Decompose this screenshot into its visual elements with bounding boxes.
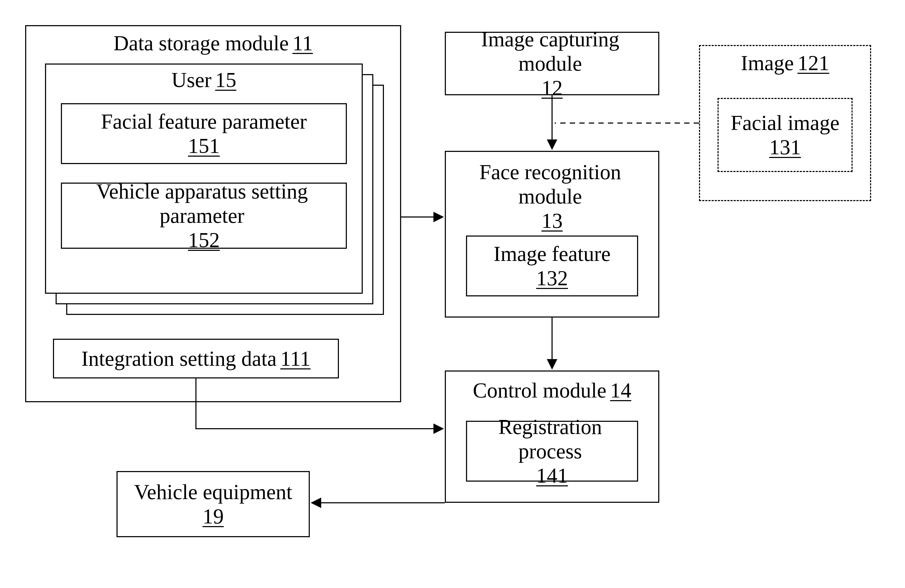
title-integration-setting: Integration setting data 111 — [81, 346, 311, 371]
box-vehicle-equipment: Vehicle equipment 19 — [116, 471, 310, 537]
label-face-recognition: Face recognition module — [451, 160, 649, 209]
num-vehicle-equipment: 19 — [203, 504, 224, 528]
text-vehicle-setting-param: Vehicle apparatus setting parameter 152 — [62, 179, 346, 252]
diagram-canvas: Data storage module 11 User 15 Facial fe… — [0, 0, 905, 588]
num-registration-process: 141 — [536, 463, 568, 488]
title-control: Control module 14 — [473, 378, 631, 403]
text-image-capturing: Image capturing module 12 — [446, 27, 658, 100]
title-image: Image 121 — [741, 51, 829, 75]
num-facial-feature-param: 151 — [188, 134, 220, 158]
label-vehicle-setting-param: Vehicle apparatus setting parameter — [67, 179, 337, 228]
title-data-storage: Data storage module 11 — [113, 31, 313, 55]
num-control: 14 — [610, 378, 631, 403]
box-image-capturing: Image capturing module 12 — [445, 32, 659, 95]
box-image-feature: Image feature 132 — [466, 236, 638, 296]
text-image-feature: Image feature 132 — [467, 242, 637, 290]
num-image-feature: 132 — [536, 266, 568, 290]
title-user: User 15 — [171, 68, 236, 92]
label-image: Image — [741, 51, 794, 75]
label-integration-setting: Integration setting data — [81, 346, 277, 371]
text-vehicle-equipment: Vehicle equipment 19 — [117, 480, 309, 528]
label-image-capturing: Image capturing module — [451, 27, 649, 76]
label-facial-feature-param: Facial feature parameter — [101, 109, 306, 134]
text-registration-process: Registration process 141 — [467, 415, 637, 488]
label-registration-process: Registration process — [472, 415, 628, 463]
num-face-recognition: 13 — [541, 209, 563, 233]
label-user: User — [171, 68, 211, 92]
box-registration-process: Registration process 141 — [466, 421, 638, 482]
box-integration-setting: Integration setting data 111 — [53, 339, 339, 379]
label-facial-image: Facial image — [731, 111, 840, 135]
box-user: User 15 — [45, 63, 363, 294]
num-image: 121 — [797, 51, 829, 75]
box-facial-image: Facial image 131 — [718, 98, 853, 172]
num-integration-setting: 111 — [280, 346, 311, 371]
text-facial-image: Facial image 131 — [719, 111, 851, 159]
label-image-feature: Image feature — [494, 242, 611, 266]
num-vehicle-setting-param: 152 — [188, 228, 220, 252]
num-image-capturing: 12 — [541, 76, 563, 100]
label-vehicle-equipment: Vehicle equipment — [134, 480, 292, 504]
num-data-storage: 11 — [292, 31, 313, 55]
num-user: 15 — [215, 68, 237, 92]
text-face-recognition: Face recognition module 13 — [446, 160, 658, 233]
num-facial-image: 131 — [769, 135, 801, 159]
box-facial-feature-param: Facial feature parameter 151 — [61, 103, 347, 164]
label-control: Control module — [473, 378, 607, 403]
box-vehicle-setting-param: Vehicle apparatus setting parameter 152 — [61, 182, 347, 249]
label-data-storage: Data storage module — [113, 31, 289, 55]
text-facial-feature-param: Facial feature parameter 151 — [62, 109, 346, 158]
